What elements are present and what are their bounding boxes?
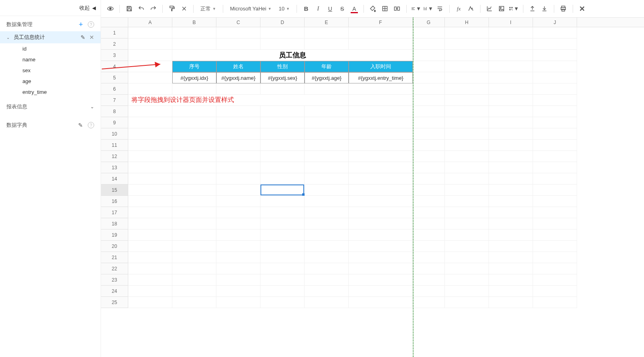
cell[interactable] <box>413 61 445 72</box>
cell[interactable] <box>305 140 349 151</box>
cell[interactable] <box>533 263 577 274</box>
cell[interactable] <box>413 241 445 252</box>
cell[interactable] <box>349 229 413 241</box>
cell[interactable] <box>489 27 533 39</box>
chart-button[interactable] <box>485 4 495 14</box>
cell[interactable] <box>445 252 489 263</box>
cell[interactable] <box>349 162 413 173</box>
table-data-cell[interactable]: #{ygxxtj.idx} <box>172 72 216 83</box>
cell[interactable] <box>260 196 305 207</box>
cell[interactable] <box>489 72 533 83</box>
cell[interactable] <box>445 151 489 162</box>
cell[interactable] <box>489 252 533 263</box>
cell[interactable] <box>305 196 349 207</box>
row-header[interactable]: 15 <box>101 185 128 196</box>
cell[interactable] <box>260 263 305 274</box>
edit-dict-button[interactable]: ✎ <box>78 122 83 128</box>
cell[interactable] <box>305 106 349 117</box>
cell[interactable] <box>260 229 305 241</box>
cell[interactable] <box>413 252 445 263</box>
cell[interactable] <box>489 297 533 308</box>
row-header[interactable]: 21 <box>101 252 128 263</box>
cell[interactable] <box>413 274 445 286</box>
cell[interactable] <box>128 106 172 117</box>
cell[interactable] <box>489 61 533 72</box>
italic-button[interactable]: I <box>313 4 323 14</box>
column-header[interactable]: A <box>128 18 172 27</box>
cell[interactable] <box>413 196 445 207</box>
cell[interactable] <box>128 286 172 297</box>
table-header-cell[interactable]: 性别 <box>260 61 305 72</box>
cell[interactable] <box>128 140 172 151</box>
redo-button[interactable] <box>148 4 158 14</box>
cell[interactable] <box>489 173 533 185</box>
cell[interactable] <box>349 151 413 162</box>
cell[interactable] <box>128 162 172 173</box>
cell[interactable] <box>172 39 216 50</box>
cell[interactable] <box>413 185 445 196</box>
cell[interactable] <box>260 39 305 50</box>
image-button[interactable] <box>497 4 507 14</box>
cell[interactable] <box>533 72 577 83</box>
cell[interactable] <box>445 173 489 185</box>
cell[interactable] <box>216 241 260 252</box>
conditional-format-button[interactable] <box>466 4 476 14</box>
row-header[interactable]: 13 <box>101 162 128 173</box>
cell[interactable] <box>172 241 216 252</box>
cell[interactable] <box>128 207 172 218</box>
align-h-button[interactable]: ▼ <box>411 4 421 14</box>
cell[interactable] <box>349 252 413 263</box>
cell[interactable] <box>216 207 260 218</box>
cell[interactable] <box>260 140 305 151</box>
cell[interactable] <box>172 117 216 128</box>
row-header[interactable]: 4 <box>101 61 128 72</box>
cell[interactable] <box>533 117 577 128</box>
dataset-field[interactable]: entry_time <box>0 87 101 97</box>
cell[interactable] <box>172 252 216 263</box>
wrap-text-button[interactable] <box>435 4 445 14</box>
cell[interactable] <box>216 83 260 95</box>
cell[interactable] <box>413 128 445 140</box>
cell[interactable] <box>533 274 577 286</box>
upload-button[interactable] <box>527 4 538 14</box>
cell[interactable] <box>349 95 413 106</box>
select-all-corner[interactable] <box>101 18 128 27</box>
cell[interactable] <box>413 297 445 308</box>
table-header-cell[interactable]: 序号 <box>172 61 216 72</box>
cell[interactable] <box>216 286 260 297</box>
cell[interactable] <box>172 229 216 241</box>
cell[interactable] <box>128 128 172 140</box>
cell[interactable] <box>489 128 533 140</box>
column-header[interactable]: I <box>489 18 533 27</box>
cell[interactable] <box>128 39 172 50</box>
cell[interactable] <box>533 151 577 162</box>
table-data-cell[interactable]: #{ygxxtj.sex} <box>260 72 305 83</box>
style-dropdown[interactable]: 正常▼ <box>198 4 219 14</box>
cell[interactable] <box>216 27 260 39</box>
cell[interactable] <box>445 72 489 83</box>
cell[interactable] <box>533 207 577 218</box>
cell[interactable] <box>216 218 260 229</box>
print-button[interactable] <box>558 4 569 14</box>
cell[interactable] <box>445 286 489 297</box>
cell[interactable] <box>349 286 413 297</box>
cell[interactable] <box>349 173 413 185</box>
cell[interactable] <box>445 95 489 106</box>
cell[interactable] <box>216 173 260 185</box>
cell[interactable] <box>489 50 533 61</box>
column-header[interactable]: C <box>216 18 260 27</box>
cell[interactable] <box>445 61 489 72</box>
row-header[interactable]: 17 <box>101 207 128 218</box>
fill-color-button[interactable] <box>368 4 378 14</box>
cell[interactable] <box>260 185 305 196</box>
cell[interactable] <box>260 252 305 263</box>
edit-dataset-button[interactable]: ✎ <box>81 34 85 41</box>
cell[interactable] <box>349 27 413 39</box>
column-header[interactable]: H <box>445 18 489 27</box>
cell[interactable] <box>216 106 260 117</box>
row-header[interactable]: 19 <box>101 229 128 241</box>
cell[interactable] <box>445 207 489 218</box>
cell[interactable] <box>533 173 577 185</box>
help-dict-icon[interactable]: ? <box>88 122 94 128</box>
cell[interactable] <box>172 286 216 297</box>
